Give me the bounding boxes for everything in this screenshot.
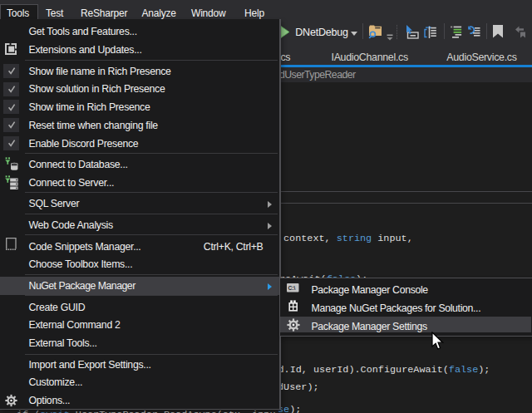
svg-text:C:\: C:\ [288, 285, 296, 291]
